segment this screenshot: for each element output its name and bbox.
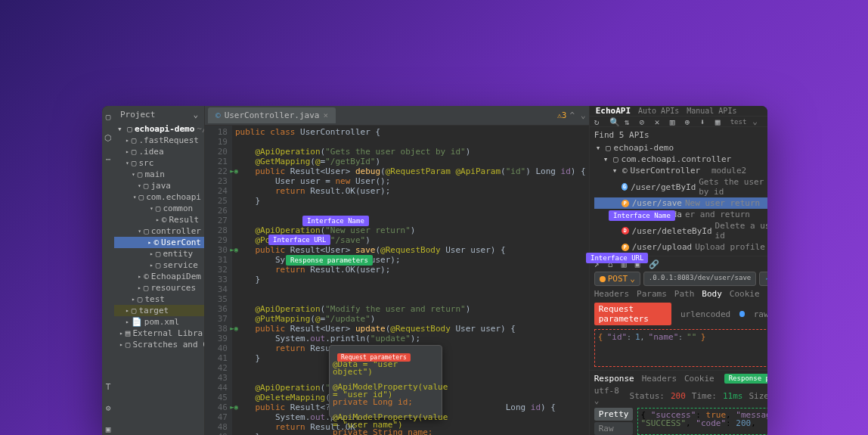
tree-item[interactable]: ▸📄pom.xml xyxy=(114,316,204,328)
api-list: Find 5 APIs ▾ ▢echoapi-demo ▾ ▢com.echoa… xyxy=(590,127,767,256)
tree-project[interactable]: ▾ ▢echoapi-demo xyxy=(594,142,767,154)
tab-auto-apis[interactable]: Auto APIs xyxy=(638,107,679,115)
structure-icon[interactable]: ⬡ xyxy=(102,132,114,144)
request-tab[interactable]: Cookie xyxy=(730,289,760,299)
tree-item[interactable]: ▾▢controller xyxy=(114,225,204,237)
editor-tab-bar: © UserController.java × ⚠3 ^ ⌄ xyxy=(205,106,589,126)
api-item[interactable]: G/user/getById Gets the user object by i… xyxy=(594,176,767,197)
project-title: Project xyxy=(120,110,155,120)
layout-icon[interactable]: ▥ xyxy=(670,117,679,126)
format-raw[interactable]: Raw xyxy=(594,422,634,435)
more-icon[interactable]: ⋯ xyxy=(102,153,114,165)
tab-manual-apis[interactable]: Manual APIs xyxy=(687,107,736,115)
clear-icon[interactable]: ✕ xyxy=(655,117,664,126)
tree-item[interactable]: ▸©EchoapiDem xyxy=(114,271,204,282)
response-tab[interactable]: Response xyxy=(594,374,634,384)
tree-item[interactable]: ▸▢Scratches and Consoles xyxy=(114,339,204,350)
project-tree: ▾ ▢echoapi-demo ~/Desktop/...▸▢.fastRequ… xyxy=(114,123,204,435)
chevron-down-icon[interactable]: ⌄ xyxy=(193,110,198,120)
encoding-select[interactable]: utf-8 ⌄ xyxy=(594,386,624,405)
request-tabs: HeadersParamsPathBodyCookie xyxy=(594,289,767,299)
link-icon[interactable]: 🔗 xyxy=(649,259,658,269)
filter-icon[interactable]: ⇅ xyxy=(625,117,634,126)
method-select[interactable]: POST ⌄ xyxy=(594,272,640,286)
api-item[interactable]: P/user/save New user return xyxy=(594,197,767,209)
find-result: Find 5 APIs xyxy=(594,130,767,140)
time-label: Time: xyxy=(692,391,717,401)
close-icon[interactable]: × xyxy=(323,110,328,120)
request-tab[interactable]: Body xyxy=(702,289,722,299)
response-tab[interactable]: Cookie xyxy=(684,374,715,384)
nav-down-icon[interactable]: ⌄ xyxy=(581,110,586,120)
time-value: 11ms xyxy=(723,391,743,401)
response-params-badge: Response parameters xyxy=(724,374,767,384)
tree-item[interactable]: ▸▢.idea xyxy=(114,146,204,157)
tree-item[interactable]: ▸▢resources xyxy=(114,282,204,294)
response-json[interactable]: { "success": true, "message": "SUCCESS",… xyxy=(637,408,767,435)
tree-item[interactable]: ▾▢main xyxy=(114,169,204,180)
folder-icon[interactable]: ▢ xyxy=(102,110,114,123)
tree-item[interactable]: ▾▢java xyxy=(114,180,204,191)
tree-item[interactable]: ▸▢.fastRequest xyxy=(114,135,204,146)
label-interface-url-2: Interface URL xyxy=(586,253,648,263)
send-button[interactable]: ✈Send xyxy=(759,272,767,286)
search-icon[interactable]: 🔍 xyxy=(609,117,618,126)
terminal-icon[interactable]: ▣ xyxy=(102,423,114,435)
tree-item[interactable]: ▾▢src xyxy=(114,157,204,169)
request-body[interactable]: { "id": 1, "name": "" } xyxy=(594,329,767,367)
response-tab[interactable]: Headers xyxy=(642,374,677,384)
tree-item[interactable]: ▸▢test xyxy=(114,294,204,305)
label-interface-url: Interface URL xyxy=(268,235,330,245)
java-icon: © xyxy=(215,110,221,120)
response-section: ResponseHeadersCookie Response parameter… xyxy=(590,370,767,435)
tree-package[interactable]: ▾ ▢com.echoapi.controller xyxy=(594,154,767,165)
request-tab[interactable]: Params xyxy=(637,289,667,299)
tree-item[interactable]: ▸▢entity xyxy=(114,248,204,259)
request-section: ↗ ⌂ ▥ ▣ 🔗 POST ⌄ .0.0.1:8083/dev/user/sa… xyxy=(590,256,767,370)
settings-icon[interactable]: ⚙ xyxy=(102,402,114,414)
tree-item[interactable]: ▾▢common xyxy=(114,203,204,214)
tree-item[interactable]: ▸▤External Libraries xyxy=(114,328,204,339)
refresh-icon[interactable]: ↻ xyxy=(594,117,603,126)
echo-header: EchoAPI Auto APIs Manual APIs ⋮ — 🔔 xyxy=(590,106,767,117)
tree-item[interactable]: ▸©UserCont xyxy=(114,237,204,248)
tab-raw[interactable]: raw xyxy=(749,308,767,321)
status-value: 200 xyxy=(671,391,686,401)
cancel-icon[interactable]: ⊘ xyxy=(640,117,649,126)
download-icon[interactable]: ⬇ xyxy=(700,117,709,126)
label-response-params: Response parameters xyxy=(286,255,373,266)
tree-item[interactable]: ▸©Result xyxy=(114,214,204,225)
popup-label: Request parameters xyxy=(337,353,411,362)
api-item[interactable]: D/user/deleteById Delete a user by id xyxy=(594,220,767,241)
echo-toolbar: ↻ 🔍 ⇅ ⊘ ✕ ▥ ⊕ ⬇ ▦ test ⌄ xyxy=(590,117,767,127)
tool-icon[interactable]: T xyxy=(102,381,114,393)
code-popup: Request parameters @Data = "user object"… xyxy=(329,345,442,418)
tree-root[interactable]: ▾ ▢echoapi-demo ~/Desktop/... xyxy=(114,123,204,135)
globe-icon[interactable]: ⊕ xyxy=(685,117,694,126)
project-header[interactable]: Project ⌄ xyxy=(114,106,204,123)
echoapi-panel: EchoAPI Auto APIs Manual APIs ⋮ — 🔔 ↻ 🔍 … xyxy=(589,106,767,435)
grid-icon[interactable]: ▦ xyxy=(715,117,724,126)
status-label: Status: xyxy=(630,391,665,401)
api-item[interactable]: P/user/upload Upload profile picture xyxy=(594,241,767,253)
tab-filename: UserController.java xyxy=(225,110,320,120)
tree-item[interactable]: ▸▢service xyxy=(114,259,204,271)
line-numbers: 1819202122►◉2324252627282930►◉3132333435… xyxy=(205,126,232,435)
tab-urlencoded[interactable]: urlencoded xyxy=(676,308,735,321)
request-tab[interactable]: Headers xyxy=(594,289,629,299)
label-interface-name-2: Interface Name xyxy=(609,210,675,221)
env-select[interactable]: test xyxy=(730,118,747,126)
tree-item[interactable]: ▸▢target xyxy=(114,305,204,316)
editor-tab[interactable]: © UserController.java × xyxy=(208,107,336,123)
warning-badge[interactable]: ⚠3 xyxy=(557,110,567,120)
label-interface-name: Interface Name xyxy=(302,216,369,226)
format-pretty[interactable]: Pretty xyxy=(594,408,634,421)
request-tab[interactable]: Path xyxy=(674,289,695,299)
chevron-down-icon[interactable]: ⌄ xyxy=(752,117,758,126)
nav-up-icon[interactable]: ^ xyxy=(569,110,575,120)
tree-item[interactable]: ▾▢com.echoapi xyxy=(114,191,204,203)
tab-request-params[interactable]: Request parameters xyxy=(594,303,671,325)
radio-raw[interactable] xyxy=(739,311,745,317)
tree-controller[interactable]: ▾ ©UserController module2 xyxy=(594,165,767,176)
url-input[interactable]: .0.0.1:8083/dev/user/save xyxy=(643,272,756,286)
